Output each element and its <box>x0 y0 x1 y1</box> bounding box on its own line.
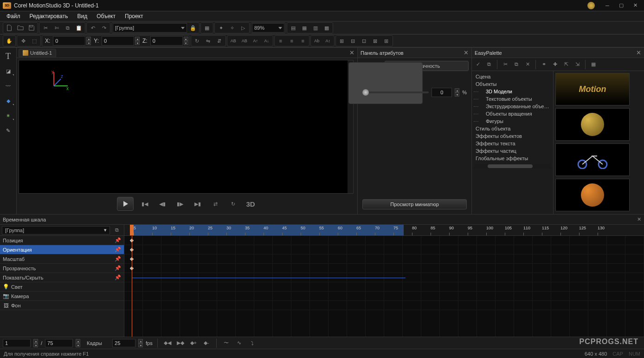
play-button[interactable] <box>117 197 134 211</box>
text-tool-icon[interactable]: T <box>2 51 15 62</box>
tree-extruded[interactable]: Экструдированные объекты <box>472 103 553 110</box>
paste-icon[interactable]: 📋 <box>74 23 84 33</box>
tree-figures[interactable]: Фигуры <box>472 117 553 125</box>
tracks-canvas[interactable] <box>124 236 644 337</box>
timeline-close-icon[interactable]: ✕ <box>637 216 641 222</box>
render-icon[interactable]: ▦ <box>202 23 212 33</box>
pin-icon[interactable]: 📌 <box>115 247 121 253</box>
maximize-button[interactable]: ▢ <box>615 1 627 10</box>
tree-scrollbar[interactable] <box>474 164 551 169</box>
next-frame-button[interactable]: ▮▶ <box>174 197 187 210</box>
dist-4-icon[interactable]: ⊠ <box>370 36 380 46</box>
y-spinner[interactable]: ▴▾ <box>135 37 140 45</box>
pin-icon[interactable]: 📌 <box>115 274 121 280</box>
track-camera[interactable]: 📷Камера <box>0 292 124 301</box>
x-spinner[interactable]: ▴▾ <box>86 37 91 45</box>
pin-icon[interactable]: 📌 <box>115 237 121 243</box>
attributes-close-icon[interactable]: ✕ <box>464 49 469 56</box>
kf-prev-icon[interactable]: ◆◀ <box>162 338 173 348</box>
dist-5-icon[interactable]: ⊞ <box>381 36 392 46</box>
y-input[interactable] <box>102 36 134 46</box>
undo-icon[interactable]: ↶ <box>88 23 98 33</box>
align-left-icon[interactable]: ≡ <box>276 36 286 46</box>
thumb-motion[interactable]: Motion <box>555 73 630 105</box>
menu-project[interactable]: Проект <box>121 12 147 20</box>
text-ab2-icon[interactable]: AB <box>239 36 250 46</box>
first-frame-button[interactable]: ▮◀ <box>138 197 151 210</box>
prev-frame-button[interactable]: ◀▮ <box>156 197 169 210</box>
easypalette-tree[interactable]: Сцена Объекты 3D Модели Текстовые объект… <box>472 71 554 214</box>
track-background[interactable]: 🖼Фон <box>0 301 124 310</box>
timeline-area[interactable]: 5101520253035404550556065707580859095100… <box>124 225 644 337</box>
mirror-icon[interactable]: ⇋ <box>203 36 213 46</box>
ep-cut-icon[interactable]: ✂ <box>500 59 510 70</box>
z-input[interactable] <box>150 36 183 46</box>
thumb-bike[interactable] <box>555 143 630 176</box>
thumb-globe[interactable] <box>555 108 630 141</box>
minimize-button[interactable]: ─ <box>601 1 613 10</box>
kf-del-icon[interactable]: ◆- <box>201 338 212 348</box>
text-a-up-icon[interactable]: A↑ <box>251 36 261 46</box>
ep-grid-icon[interactable]: ▦ <box>588 59 599 70</box>
curve-1-icon[interactable]: 〜 <box>221 338 232 348</box>
menu-object[interactable]: Объект <box>93 12 119 20</box>
track-orientation[interactable]: Ориентация📌 <box>0 245 124 254</box>
easypalette-close-icon[interactable]: ✕ <box>636 49 641 56</box>
tree-global-effects[interactable]: Глобальные эффекты <box>472 155 553 162</box>
align-right-icon[interactable]: ≡ <box>298 36 308 46</box>
track-options-icon[interactable]: ⧉ <box>112 225 122 235</box>
path-tool-icon[interactable]: 〰 <box>2 80 15 91</box>
fps-input[interactable] <box>112 339 135 347</box>
tree-text-objects[interactable]: Текстовые объекты <box>472 95 553 103</box>
copy-icon[interactable]: ⧉ <box>63 23 73 33</box>
ep-check-icon[interactable]: ✓ <box>473 59 483 70</box>
sparkle-icon[interactable]: ✧ <box>227 23 237 33</box>
tree-3d-models[interactable]: 3D Модели <box>472 88 553 95</box>
close-button[interactable]: ✕ <box>629 1 641 10</box>
align-center-icon[interactable]: ≡ <box>287 36 297 46</box>
dist-2-icon[interactable]: ⊟ <box>348 36 358 46</box>
dist-3-icon[interactable]: ⊡ <box>359 36 369 46</box>
redo-icon[interactable]: ↷ <box>99 23 109 33</box>
menu-edit[interactable]: Редактировать <box>26 12 72 20</box>
curve-2-icon[interactable]: ∿ <box>234 338 245 348</box>
pin-icon[interactable]: 📌 <box>115 256 121 262</box>
edit-tool-icon[interactable]: ✎ <box>2 125 15 136</box>
x-input[interactable] <box>53 36 85 46</box>
kf-add-icon[interactable]: ◆+ <box>188 338 199 348</box>
rotate-cw-icon[interactable]: ↻ <box>192 36 202 46</box>
3d-toggle-button[interactable]: 3D <box>244 197 257 210</box>
primitive-tool-icon[interactable]: ◆ <box>2 95 15 106</box>
move-icon[interactable]: ✥ <box>18 36 28 46</box>
loop-button[interactable]: ⇄ <box>209 197 222 210</box>
ep-add-icon[interactable]: ✚ <box>550 59 560 70</box>
select-rect-icon[interactable]: ⬚ <box>29 36 39 46</box>
play-small-icon[interactable]: ▷ <box>238 23 248 33</box>
shape-tool-icon[interactable]: ◪ <box>2 65 15 77</box>
tree-particle-effects[interactable]: Эффекты частиц <box>472 147 553 155</box>
tree-object-style[interactable]: Стиль объекта <box>472 125 553 132</box>
tree-objects[interactable]: Объекты <box>472 80 553 88</box>
last-frame-button[interactable]: ▶▮ <box>191 197 204 210</box>
group-dropdown[interactable]: [Группа] <box>113 23 187 33</box>
timeline-ruler[interactable]: 5101520253035404550556065707580859095100… <box>124 225 644 236</box>
layout-3-icon[interactable]: ▥ <box>310 23 321 33</box>
viewport-scrollbar[interactable] <box>348 60 353 193</box>
group-lock-icon[interactable]: 🔒 <box>188 23 198 33</box>
pin-icon[interactable]: 📌 <box>115 265 121 271</box>
track-scale[interactable]: Масштаб📌 <box>0 254 124 264</box>
opacity-input[interactable] <box>431 88 452 97</box>
pizza-icon[interactable] <box>587 2 595 9</box>
ep-delete-icon[interactable]: ✕ <box>522 59 533 70</box>
track-light[interactable]: 💡Свет <box>0 282 124 292</box>
pan-icon[interactable]: ✋ <box>4 36 14 46</box>
menu-file[interactable]: Файл <box>3 12 24 20</box>
layout-4-icon[interactable]: ▩ <box>322 23 332 33</box>
curve-3-icon[interactable]: ⤵ <box>247 338 258 348</box>
wand-icon[interactable]: ✦ <box>216 23 226 33</box>
text-ab1-icon[interactable]: AB <box>228 36 238 46</box>
preview-thumbnails-button[interactable]: Просмотр миниатюр <box>362 199 467 209</box>
track-position[interactable]: Позиция📌 <box>0 236 124 245</box>
ep-export-icon[interactable]: ⇱ <box>561 59 571 70</box>
zoom-dropdown[interactable]: 89% <box>252 23 284 33</box>
